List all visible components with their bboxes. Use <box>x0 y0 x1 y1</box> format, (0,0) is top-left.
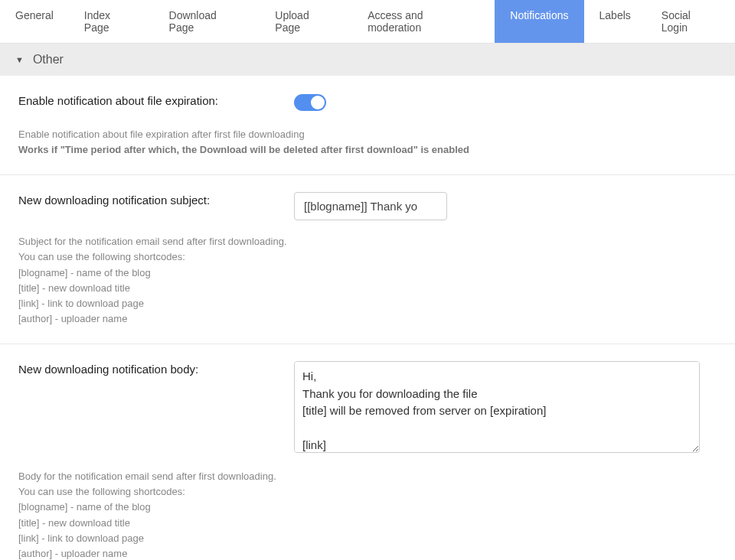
help-text: You can use the following shortcodes: <box>18 249 717 265</box>
tab-general[interactable]: General <box>0 0 69 43</box>
tab-access-moderation[interactable]: Access and moderation <box>352 0 495 43</box>
chevron-down-icon: ▼ <box>15 55 24 64</box>
toggle-knob <box>311 96 325 109</box>
help-body: Body for the notification email send aft… <box>0 455 735 560</box>
textarea-body[interactable] <box>294 361 700 453</box>
label-enable-expiration: Enable notification about file expiratio… <box>18 93 294 107</box>
shortcode-line: [link] - link to download page <box>18 296 717 311</box>
help-text-bold: Works if "Time period after which, the D… <box>18 142 717 158</box>
help-text: Subject for the notification email send … <box>18 234 717 249</box>
field-subject: New downloading notification subject: <box>0 175 735 220</box>
help-text: Body for the notification email send aft… <box>18 469 717 484</box>
tab-labels[interactable]: Labels <box>584 0 646 43</box>
panel-other: Enable notification about file expiratio… <box>0 76 735 560</box>
field-enable-expiration: Enable notification about file expiratio… <box>0 76 735 113</box>
toggle-enable-expiration[interactable] <box>294 94 326 111</box>
shortcode-line: [title] - new download title <box>18 281 717 296</box>
help-enable-expiration: Enable notification about file expiratio… <box>0 113 735 175</box>
shortcode-line: [author] - uploader name <box>18 311 717 327</box>
shortcode-line: [author] - uploader name <box>18 546 717 560</box>
section-header-other[interactable]: ▼ Other <box>0 44 735 76</box>
field-body: New downloading notification body: <box>0 344 735 455</box>
shortcode-line: [blogname] - name of the blog <box>18 265 717 281</box>
tab-download-page[interactable]: Download Page <box>154 0 260 43</box>
tab-social-login[interactable]: Social Login <box>646 0 735 43</box>
tab-upload-page[interactable]: Upload Page <box>260 0 352 43</box>
shortcode-line: [title] - new download title <box>18 516 717 531</box>
help-subject: Subject for the notification email send … <box>0 220 735 344</box>
help-text: Enable notification about file expiratio… <box>18 127 717 142</box>
tabs-bar: General Index Page Download Page Upload … <box>0 0 735 44</box>
label-subject: New downloading notification subject: <box>18 192 294 207</box>
shortcode-line: [link] - link to download page <box>18 531 717 546</box>
input-subject[interactable] <box>294 192 447 220</box>
label-body: New downloading notification body: <box>18 361 294 376</box>
section-title: Other <box>33 53 64 67</box>
shortcode-line: [blogname] - name of the blog <box>18 500 717 515</box>
tab-index-page[interactable]: Index Page <box>69 0 154 43</box>
help-text: You can use the following shortcodes: <box>18 484 717 500</box>
tab-notifications[interactable]: Notifications <box>495 0 583 43</box>
